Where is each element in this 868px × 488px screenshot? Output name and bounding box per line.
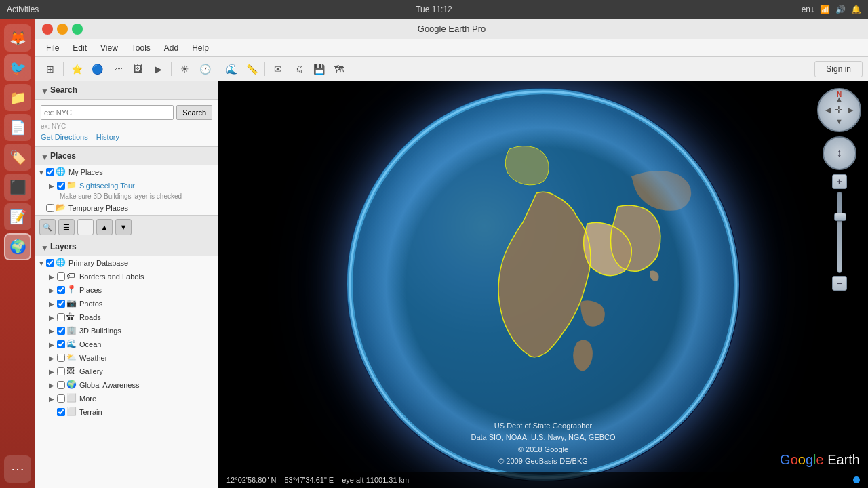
gallery-checkbox[interactable]: [57, 367, 65, 375]
thunderbird-icon[interactable]: 🐦: [4, 54, 31, 81]
grid-view-btn[interactable]: ⊞: [41, 60, 60, 79]
search-button[interactable]: Search: [176, 105, 212, 120]
details-btn[interactable]: ☰: [58, 219, 75, 235]
temporary-places-item[interactable]: ▶ 📂 Temporary Places: [35, 201, 218, 215]
terrain-checkbox[interactable]: [57, 408, 65, 416]
search-input[interactable]: [41, 105, 174, 120]
roads-item[interactable]: ▶ 🛣 Roads: [46, 310, 218, 324]
menu-view[interactable]: View: [95, 42, 123, 54]
roads-checkbox[interactable]: [57, 313, 65, 321]
compass-west-btn[interactable]: ◀: [823, 104, 834, 116]
zoom-thumb[interactable]: [834, 213, 846, 221]
ocean-checkbox[interactable]: [57, 340, 65, 348]
email-btn[interactable]: ✉: [269, 60, 288, 79]
map-btn[interactable]: 🗺: [330, 60, 349, 79]
zoom-in-btn[interactable]: +: [832, 174, 847, 189]
places-layer-item[interactable]: ▶ 📍 Places: [46, 283, 218, 297]
menu-add[interactable]: Add: [159, 42, 184, 54]
placemark-btn[interactable]: ⭐: [67, 60, 86, 79]
weather-item[interactable]: ▶ ⛅ Weather: [46, 351, 218, 365]
zoom-track[interactable]: [837, 192, 842, 273]
firefox-icon[interactable]: 🦊: [4, 24, 31, 52]
close-button[interactable]: [42, 24, 53, 35]
sunlight-btn[interactable]: ☀: [175, 60, 194, 79]
primary-database-item[interactable]: ▼ 🌐 Primary Database: [35, 256, 218, 270]
search-section-header[interactable]: ▼ Search: [35, 81, 218, 100]
my-places-expand-icon[interactable]: ▼: [38, 169, 45, 176]
path-btn[interactable]: 〰: [108, 60, 127, 79]
borders-checkbox[interactable]: [57, 272, 65, 281]
global-awareness-item[interactable]: ▶ 🌍 Global Awareness: [46, 378, 218, 392]
global-expand-icon[interactable]: ▶: [49, 382, 56, 388]
buildings-checkbox[interactable]: [57, 327, 65, 335]
get-directions-link[interactable]: Get Directions: [41, 133, 88, 141]
map-area[interactable]: N ▲ ◀ ✛ ▶ ▼ ↕: [218, 81, 868, 488]
sound-icon[interactable]: 🔊: [835, 5, 846, 14]
more-checkbox[interactable]: [57, 394, 65, 403]
sightseeing-expand-icon[interactable]: ▶: [49, 182, 56, 189]
photos-checkbox[interactable]: [57, 300, 65, 308]
photos-expand-icon[interactable]: ▶: [49, 300, 56, 307]
lang-indicator[interactable]: en↓: [802, 5, 814, 14]
notify-icon[interactable]: 🔔: [851, 5, 861, 14]
borders-expand-icon[interactable]: ▶: [49, 273, 56, 280]
menu-help[interactable]: Help: [186, 42, 214, 54]
menu-edit[interactable]: Edit: [67, 42, 92, 54]
ruler-btn[interactable]: 📏: [242, 60, 261, 79]
roads-expand-icon[interactable]: ▶: [49, 314, 56, 321]
my-places-item[interactable]: ▼ 🌐 My Places: [35, 165, 218, 179]
terrain-item[interactable]: ▶ ⬜ Terrain: [46, 405, 218, 419]
places-section-header[interactable]: ▼ Places: [35, 147, 218, 165]
places-layer-checkbox[interactable]: [57, 286, 65, 294]
buildings-expand-icon[interactable]: ▶: [49, 327, 56, 334]
gallery-expand-icon[interactable]: ▶: [49, 368, 56, 375]
zoom-out-btn[interactable]: −: [832, 276, 847, 291]
terminal-icon[interactable]: ⬛: [4, 174, 31, 201]
borders-labels-item[interactable]: ▶ 🏷 Borders and Labels: [46, 270, 218, 283]
primary-db-checkbox[interactable]: [46, 259, 54, 267]
more-expand-icon[interactable]: ▶: [49, 395, 56, 402]
primary-db-expand-icon[interactable]: ▼: [38, 260, 45, 266]
move-down-btn[interactable]: ▼: [115, 219, 132, 235]
polygon-btn[interactable]: 🔵: [87, 60, 106, 79]
ocean-expand-icon[interactable]: ▶: [49, 341, 56, 348]
sign-in-button[interactable]: Sign in: [814, 61, 863, 77]
tilt-control[interactable]: ↕: [823, 136, 856, 170]
gallery-item[interactable]: ▶ 🖼 Gallery: [46, 365, 218, 378]
weather-checkbox[interactable]: [57, 354, 65, 362]
save-btn[interactable]: 💾: [309, 60, 328, 79]
more-item[interactable]: ▶ ⬜ More: [46, 392, 218, 405]
sightseeing-checkbox[interactable]: [57, 182, 65, 190]
apt-icon[interactable]: 🏷️: [4, 144, 31, 171]
compass[interactable]: N ▲ ◀ ✛ ▶ ▼: [817, 88, 861, 132]
weather-expand-icon[interactable]: ▶: [49, 354, 56, 361]
menu-file[interactable]: File: [41, 42, 64, 54]
record-tour-btn[interactable]: ▶: [149, 60, 167, 79]
historical-imagery-btn[interactable]: 🕐: [195, 60, 214, 79]
image-overlay-btn[interactable]: 🖼: [128, 60, 147, 79]
libreoffice-icon[interactable]: 📄: [4, 114, 31, 141]
compass-center-btn[interactable]: ✛: [833, 104, 845, 116]
activities-label[interactable]: Activities: [7, 5, 39, 14]
global-checkbox[interactable]: [57, 381, 65, 389]
ocean-item[interactable]: ▶ 🌊 Ocean: [46, 338, 218, 351]
googleearth-icon[interactable]: 🌍: [4, 233, 31, 260]
layers-section-header[interactable]: ▼ Layers: [35, 238, 218, 256]
my-places-checkbox[interactable]: [46, 168, 54, 176]
apps-grid-icon[interactable]: ⋯: [4, 455, 31, 483]
blank-btn[interactable]: [77, 219, 94, 235]
menu-tools[interactable]: Tools: [126, 42, 156, 54]
compass-east-btn[interactable]: ▶: [845, 104, 856, 116]
notes-icon[interactable]: 📝: [4, 203, 31, 230]
minimize-button[interactable]: [57, 24, 68, 35]
compass-south-btn[interactable]: ▼: [833, 116, 845, 127]
search-places-btn[interactable]: 🔍: [39, 219, 56, 235]
wifi-icon[interactable]: 📶: [820, 5, 830, 14]
photos-item[interactable]: ▶ 📷 Photos: [46, 297, 218, 310]
move-up-btn[interactable]: ▲: [96, 219, 113, 235]
3d-buildings-item[interactable]: ▶ 🏢 3D Buildings: [46, 324, 218, 338]
files-icon[interactable]: 📁: [4, 84, 31, 111]
print-btn[interactable]: 🖨: [289, 60, 308, 79]
maximize-button[interactable]: [72, 24, 83, 35]
ocean-btn[interactable]: 🌊: [222, 60, 241, 79]
